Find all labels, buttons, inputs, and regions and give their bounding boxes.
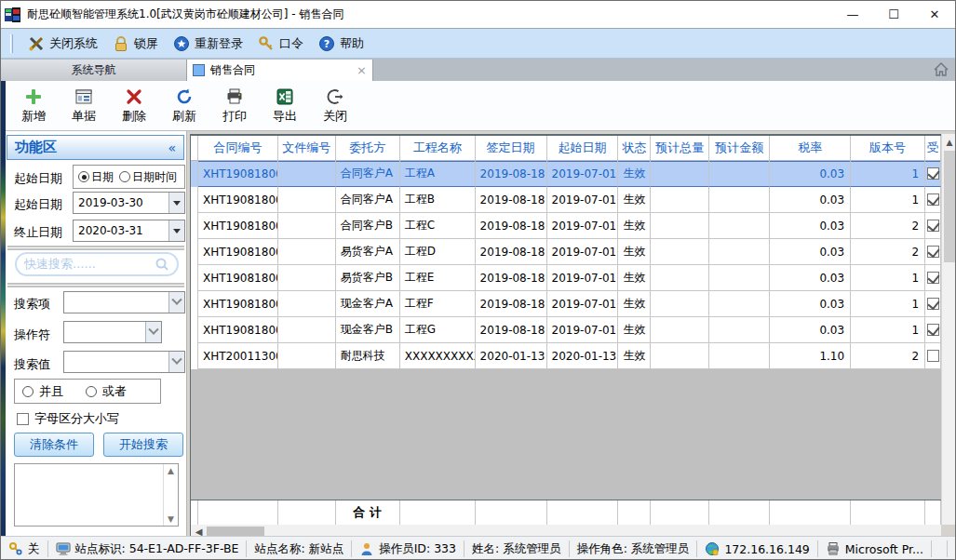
textarea-scrollbar[interactable]: ▲▼ [163,464,178,526]
row-checkbox[interactable] [927,350,939,362]
start-date-select[interactable]: 2019-03-30 [73,192,185,214]
row-checkbox[interactable] [927,220,939,232]
column-header-1[interactable]: 文件编号 [278,136,336,160]
table-cell [651,161,709,187]
status-segment-7: Microsoft Pr... [818,540,932,557]
table-row[interactable]: XHT1908180002合同客户A工程B2019-08-182019-07-0… [191,187,941,213]
column-header-5[interactable]: 起始日期 [547,136,619,160]
delete-label: 删除 [122,108,146,125]
table-row[interactable]: XHT1908180004易货客户A工程D2019-08-182019-07-0… [191,239,941,265]
row-checkbox[interactable] [927,193,939,206]
end-date-dropdown-icon[interactable] [168,220,184,241]
search-value-dropdown-icon[interactable] [168,352,184,372]
column-header-2[interactable]: 委托方 [336,136,400,160]
search-item-dropdown-icon[interactable] [168,292,184,313]
search-conditions-textarea[interactable]: ▲▼ [14,463,179,527]
row-checkbox[interactable] [927,298,939,310]
radio-or[interactable] [86,386,97,397]
row-indicator[interactable] [191,265,198,291]
row-indicator[interactable] [191,317,198,343]
case-sensitive-checkbox[interactable] [17,413,29,425]
column-header-10[interactable]: 版本号 [851,136,925,160]
table-cell [278,239,336,265]
table-cell: 2019-08-18 [476,265,547,291]
row-indicator[interactable] [191,187,198,213]
column-header-4[interactable]: 签定日期 [476,136,547,160]
help-button[interactable]: ? 帮助 [311,33,371,55]
tab-sales-contract[interactable]: 销售合同 × [187,60,373,81]
start-date-dropdown-icon[interactable] [168,193,184,213]
table-row[interactable]: XHT1908180001合同客户A工程A2019-08-182019-07-0… [191,161,941,187]
table-cell: 2019-08-18 [476,187,547,213]
table-row[interactable]: XHT1908180006现金客户A工程F2019-08-182019-07-0… [191,291,941,317]
refresh-button[interactable]: 刷新 [161,84,208,128]
tab-system-nav[interactable]: 系统导航 [1,60,187,81]
table-row[interactable]: XHT1908180007现金客户B工程G2019-08-182019-07-0… [191,317,941,343]
minimize-button[interactable]: — [832,2,873,28]
operator-dropdown-icon[interactable] [145,322,161,342]
row-checkbox[interactable] [927,167,939,180]
quick-search-input[interactable]: 快速搜索...... [15,252,179,276]
printer-icon [826,541,841,556]
radio-and[interactable] [22,386,34,397]
document-button[interactable]: 单据 [61,84,107,128]
row-indicator[interactable] [191,161,198,187]
row-checkbox[interactable] [927,246,939,258]
print-button[interactable]: 打印 [211,84,258,128]
tab-close-icon[interactable]: × [357,63,367,77]
table-cell-checkbox [925,213,941,239]
close-view-button[interactable]: 关闭 [312,84,358,128]
row-indicator[interactable] [191,291,198,317]
table-cell: 生效 [618,343,651,369]
start-search-button[interactable]: 开始搜索 [103,433,183,457]
add-button[interactable]: 新增 [10,84,57,128]
radio-date[interactable] [78,171,89,182]
column-header-9[interactable]: 税率 [770,136,851,160]
password-button[interactable]: 口令 [250,33,311,55]
table-row[interactable]: XHT1908180003合同客户B工程C2019-08-182019-07-0… [191,213,941,239]
table-cell [709,343,770,369]
end-date-select[interactable]: 2020-03-31 [73,220,185,242]
clear-conditions-button[interactable]: 清除条件 [14,433,94,457]
home-icon[interactable] [933,61,949,78]
table-cell: XXXXXXXXXXX [400,343,476,369]
relogin-button[interactable]: 重新登录 [166,33,250,55]
window-title: 耐思砼顺智能管理系统1.0[武汉黄岗市砼顺建材公司] - 销售合同 [27,7,343,22]
lock-screen-button[interactable]: 锁屏 [105,33,166,55]
export-button[interactable]: 导出 [262,84,308,128]
column-header-3[interactable]: 工程名称 [400,136,476,160]
vertical-scroll-thumb[interactable] [944,151,956,262]
table-row[interactable]: XHT1908180005易货客户B工程E2019-08-182019-07-0… [191,265,941,291]
table-cell [709,291,770,317]
row-indicator[interactable] [191,343,198,369]
column-header-8[interactable]: 预计金额 [709,136,770,160]
close-system-button[interactable]: 关闭系统 [20,33,105,55]
column-header-11[interactable]: 受 [925,136,941,160]
radio-datetime[interactable] [119,171,130,182]
row-checkbox[interactable] [927,272,939,284]
scroll-up-icon[interactable]: ▲ [168,466,174,475]
search-item-select[interactable] [63,291,185,313]
status-segment-0: 关 [1,540,48,557]
row-checkbox[interactable] [927,324,939,336]
column-header-0[interactable]: 合同编号 [198,136,278,160]
table-cell: XHT2001130001 [198,343,278,369]
operator-select[interactable] [63,321,162,343]
table-cell [651,317,709,343]
vertical-scrollbar[interactable]: ▲ [941,134,956,525]
table-row[interactable]: XHT2001130001耐思科技XXXXXXXXXXX2020-01-1320… [191,343,941,369]
scroll-up-icon[interactable]: ▲ [947,134,953,150]
close-button[interactable]: ✕ [914,2,955,28]
scroll-down-icon[interactable]: ▼ [168,514,174,524]
maximize-button[interactable]: ☐ [873,2,914,28]
collapse-panel-icon[interactable]: « [168,140,176,155]
delete-button[interactable]: 删除 [111,84,157,128]
toolbar-grip [10,34,13,53]
column-header-6[interactable]: 状态 [618,136,651,160]
column-header-7[interactable]: 预计总量 [651,136,709,160]
table-cell-checkbox [925,239,941,265]
row-indicator[interactable] [191,239,198,265]
search-value-select[interactable] [63,351,185,373]
row-indicator[interactable] [191,213,198,239]
case-sensitive-label: 字母区分大小写 [34,410,119,427]
